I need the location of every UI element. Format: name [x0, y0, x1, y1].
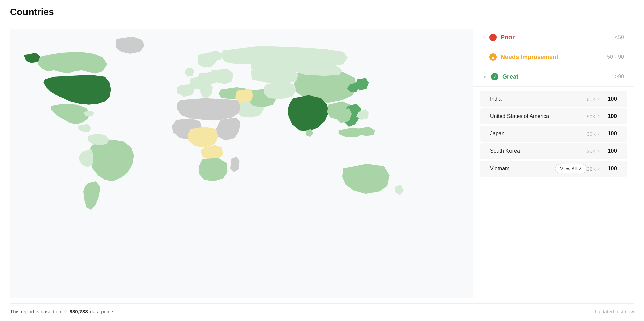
country-count-japan: 30K ⁘: [587, 131, 600, 137]
chevron-great-icon: ∨: [483, 74, 486, 79]
country-row-usa[interactable]: United States of America 50K ⁘ 100: [480, 108, 627, 124]
country-score-japan: 100: [605, 130, 617, 137]
needs-label: Needs Improvement: [501, 54, 607, 61]
poor-icon: !: [489, 34, 497, 41]
great-icon: ✓: [491, 73, 498, 80]
footer-prefix: This report is based on: [10, 309, 61, 314]
country-row-india[interactable]: India 61K ⁘ 100: [480, 91, 627, 107]
footer-datapoints: 880,738: [70, 309, 88, 314]
country-score-usa: 100: [605, 113, 617, 120]
right-panel: › ! Poor <50 › ▲ Needs Improvement 50 - …: [473, 24, 634, 303]
country-row-vietnam[interactable]: Vietnam View All ↗ 22K ⁘ 100: [480, 160, 627, 177]
dots-usa-icon: ⁘: [597, 114, 600, 119]
world-map: [10, 24, 473, 303]
country-count-usa: 50K ⁘: [587, 114, 600, 119]
country-score-vietnam: 100: [605, 165, 617, 172]
country-name-south-korea: South Korea: [490, 148, 587, 154]
category-great[interactable]: ∨ ✓ Great >90: [473, 67, 634, 87]
category-poor[interactable]: › ! Poor <50: [473, 27, 634, 47]
country-name-japan: Japan: [490, 131, 587, 137]
great-range: >90: [615, 74, 624, 80]
country-score-india: 100: [605, 95, 617, 102]
country-name-usa: United States of America: [490, 113, 587, 119]
needs-range: 50 - 90: [607, 54, 624, 60]
country-count-vietnam: 22K ⁘: [587, 166, 600, 172]
country-row-japan[interactable]: Japan 30K ⁘ 100: [480, 126, 627, 142]
needs-icon: ▲: [489, 53, 497, 61]
poor-label: Poor: [501, 34, 615, 41]
category-needs[interactable]: › ▲ Needs Improvement 50 - 90: [473, 47, 634, 67]
country-count-south-korea: 25K ⁘: [587, 148, 600, 154]
great-label: Great: [502, 73, 615, 80]
country-list: India 61K ⁘ 100 United States of America…: [473, 87, 634, 181]
poor-range: <50: [615, 34, 624, 40]
chevron-poor-icon: ›: [483, 35, 485, 40]
footer: This report is based on ⁘ 880,738 data p…: [10, 303, 634, 314]
view-all-button[interactable]: View All ↗: [555, 164, 587, 173]
dots-japan-icon: ⁘: [597, 132, 600, 136]
country-name-india: India: [490, 96, 587, 102]
dots-india-icon: ⁘: [597, 97, 600, 101]
footer-updated: Updated just now: [595, 309, 634, 314]
chevron-needs-icon: ›: [483, 55, 485, 59]
footer-suffix: data points: [90, 309, 114, 314]
dots-vietnam-icon: ⁘: [597, 167, 600, 171]
country-row-south-korea[interactable]: South Korea 25K ⁘ 100: [480, 143, 627, 159]
page-title: Countries: [10, 7, 634, 17]
country-score-south-korea: 100: [605, 148, 617, 154]
footer-left: This report is based on ⁘ 880,738 data p…: [10, 308, 114, 314]
dots-south-korea-icon: ⁘: [597, 149, 600, 153]
country-count-india: 61K ⁘: [587, 96, 600, 102]
